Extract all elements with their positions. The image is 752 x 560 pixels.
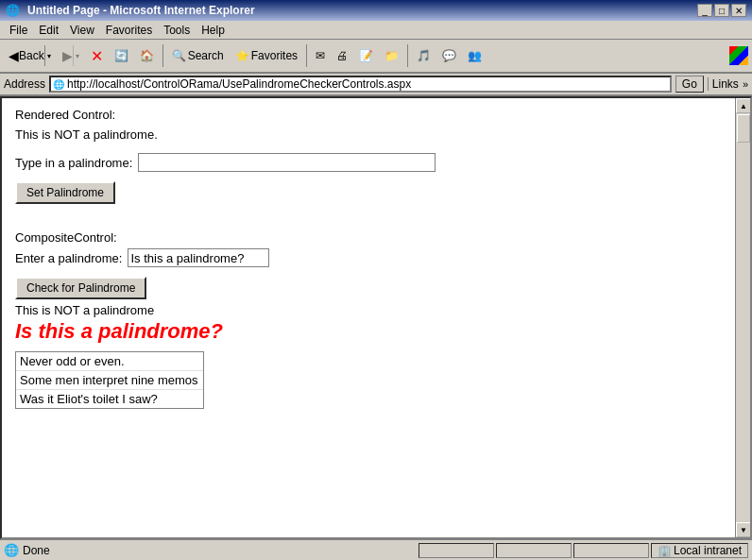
big-palindrome-text: Is this a palindrome? — [15, 319, 720, 344]
title-bar-controls: _ □ ✕ — [697, 4, 746, 17]
status-icon: 🌐 — [4, 543, 19, 557]
search-icon: 🔍 — [172, 49, 186, 62]
messenger-icon: 💬 — [442, 49, 456, 62]
edit-button[interactable]: 📝 — [354, 42, 378, 69]
scroll-thumb[interactable] — [737, 114, 750, 143]
title-bar-left: 🌐 Untitled Page - Microsoft Internet Exp… — [6, 4, 255, 17]
type-palindrome-input[interactable] — [138, 153, 436, 172]
edit-icon: 📝 — [359, 49, 373, 62]
people-icon: 👥 — [468, 49, 482, 62]
menu-favorites[interactable]: Favorites — [100, 23, 158, 38]
composite-label: CompositeControl: — [15, 230, 720, 245]
refresh-button[interactable]: 🔄 — [110, 42, 133, 69]
status-zone-panel: 🏢 Local intranet — [651, 543, 748, 558]
separator-2 — [306, 44, 307, 67]
toolbar: ◀ Back ▾ ▶ ▾ ✕ 🔄 🏠 🔍 Search ⭐ Favorites … — [0, 40, 752, 74]
set-palindrome-row: Set Palindrome — [15, 181, 720, 204]
favorites-star-icon: ⭐ — [235, 49, 249, 62]
list-item: Never odd or even. — [16, 352, 203, 371]
enter-palindrome-label: Enter a palindrome: — [15, 251, 122, 265]
favorites-label: Favorites — [251, 49, 298, 62]
print-button[interactable]: 🖨 — [332, 42, 352, 69]
forward-dropdown-icon[interactable]: ▾ — [73, 45, 79, 66]
page-content: Rendered Control: This is NOT a palindro… — [15, 108, 737, 409]
forward-button[interactable]: ▶ ▾ — [58, 42, 84, 69]
menu-bar: File Edit View Favorites Tools Help — [0, 21, 752, 40]
scroll-down-button[interactable]: ▼ — [736, 522, 751, 537]
window-title: Untitled Page - Microsoft Internet Explo… — [27, 4, 255, 17]
media-button[interactable]: 🎵 — [412, 42, 436, 69]
status-empty-3 — [573, 543, 649, 558]
set-palindrome-button[interactable]: Set Palindrome — [15, 181, 115, 204]
mail-icon: ✉ — [316, 49, 325, 62]
menu-view[interactable]: View — [64, 23, 100, 38]
close-button[interactable]: ✕ — [731, 4, 746, 17]
check-btn-row: Check for Palindrome — [15, 277, 720, 299]
menu-help[interactable]: Help — [196, 23, 231, 38]
search-label: Search — [188, 49, 224, 62]
title-bar: 🌐 Untitled Page - Microsoft Internet Exp… — [0, 0, 752, 21]
back-label: Back — [19, 49, 44, 62]
main-content: ▲ ▼ Rendered Control: This is NOT a pali… — [0, 96, 752, 539]
scroll-up-button[interactable]: ▲ — [736, 98, 751, 113]
people-button[interactable]: 👥 — [463, 42, 487, 69]
media-icon: 🎵 — [417, 49, 431, 62]
windows-logo — [729, 46, 748, 65]
messenger-button[interactable]: 💬 — [437, 42, 461, 69]
menu-tools[interactable]: Tools — [158, 23, 196, 38]
mail-button[interactable]: ✉ — [311, 42, 330, 69]
print-icon: 🖨 — [336, 49, 348, 62]
not-palindrome-text-top: This is NOT a palindrome. — [15, 127, 720, 142]
rendered-control-label: Rendered Control: — [15, 108, 720, 122]
separator-1 — [162, 44, 163, 67]
menu-file[interactable]: File — [4, 23, 33, 38]
home-button[interactable]: 🏠 — [135, 42, 159, 69]
go-button[interactable]: Go — [675, 76, 704, 93]
enter-palindrome-row: Enter a palindrome: — [15, 248, 720, 267]
address-label: Address — [4, 77, 45, 91]
check-palindrome-button[interactable]: Check for Palindrome — [15, 277, 146, 299]
minimize-button[interactable]: _ — [697, 4, 712, 17]
stop-button[interactable]: ✕ — [86, 42, 108, 69]
separator-3 — [407, 44, 408, 67]
back-arrow-icon: ◀ — [9, 48, 19, 63]
status-empty-2 — [496, 543, 572, 558]
palindrome-list: Never odd or even. Some men interpret ni… — [15, 351, 204, 409]
forward-arrow-icon: ▶ — [62, 48, 73, 63]
page-icon: 🌐 — [53, 79, 64, 90]
enter-palindrome-input[interactable] — [128, 248, 269, 267]
links-expand-icon[interactable]: » — [743, 78, 748, 90]
status-empty-1 — [419, 543, 494, 558]
stop-icon: ✕ — [91, 47, 103, 65]
address-url: http://localhost/ControlORama/UsePalindr… — [67, 77, 411, 91]
address-input-container[interactable]: 🌐 http://localhost/ControlORama/UsePalin… — [49, 76, 672, 93]
folder-icon: 📁 — [385, 49, 399, 62]
status-panels: 🏢 Local intranet — [419, 543, 748, 558]
scrollbar[interactable]: ▲ ▼ — [735, 98, 750, 537]
back-button[interactable]: ◀ Back ▾ — [4, 42, 56, 69]
status-bar: 🌐 Done 🏢 Local intranet — [0, 539, 752, 560]
maximize-button[interactable]: □ — [714, 4, 729, 17]
folder-button[interactable]: 📁 — [380, 42, 403, 69]
favorites-button[interactable]: ⭐ Favorites — [231, 42, 302, 69]
links-label: Links — [708, 77, 739, 91]
status-done-text: Done — [23, 544, 415, 557]
home-icon: 🏠 — [140, 49, 154, 62]
menu-edit[interactable]: Edit — [33, 23, 64, 38]
list-item: Some men interpret nine memos — [16, 371, 203, 390]
back-dropdown-icon[interactable]: ▾ — [44, 45, 51, 66]
type-palindrome-row: Type in a palindrome: — [15, 153, 720, 172]
ie-icon: 🌐 — [6, 4, 20, 17]
refresh-icon: 🔄 — [114, 49, 128, 62]
search-button[interactable]: 🔍 Search — [167, 42, 229, 69]
list-item: Was it Eliot's toilet I saw? — [16, 390, 203, 408]
type-palindrome-label: Type in a palindrome: — [15, 156, 132, 170]
divider-space — [15, 217, 720, 230]
zone-icon: 🏢 — [658, 544, 672, 557]
address-bar: Address 🌐 http://localhost/ControlORama/… — [0, 74, 752, 96]
result-text: This is NOT a palindrome — [15, 303, 720, 317]
status-zone-text: Local intranet — [674, 544, 742, 557]
